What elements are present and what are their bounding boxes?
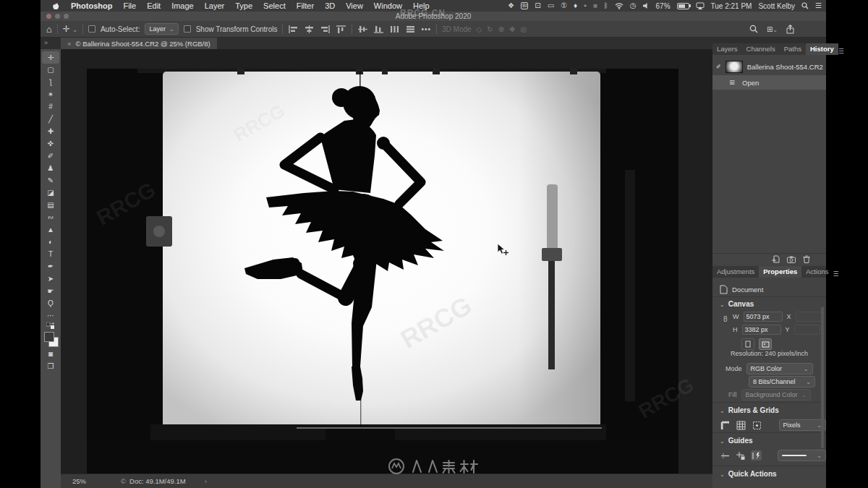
status-options-chevron-icon[interactable]: › — [205, 477, 207, 485]
clear-guides-icon[interactable] — [751, 450, 762, 461]
tab-adjustments[interactable]: Adjustments — [712, 266, 759, 278]
tool-sponge[interactable]: ◐ — [41, 236, 61, 248]
workspace-switcher-icon[interactable]: ⊞⌄ — [767, 25, 778, 33]
tool-path-selection[interactable]: ➤ — [41, 273, 61, 285]
guide-style-dropdown[interactable]: ⌄ — [778, 450, 826, 461]
menubar-clock[interactable]: Tue 2:21 PM — [711, 2, 752, 10]
distribute-h-icon[interactable] — [389, 25, 400, 34]
align-left-icon[interactable] — [288, 25, 299, 34]
align-top-icon[interactable] — [336, 25, 346, 34]
tool-move[interactable]: ✛ — [42, 51, 59, 64]
zoom-level-field[interactable]: 25% — [72, 477, 86, 485]
lock-guides-icon[interactable] — [735, 450, 746, 461]
app-square-dark-icon[interactable]: ■ — [593, 0, 597, 12]
menu-item-image[interactable]: Image — [171, 1, 194, 10]
tool-eyedropper[interactable]: ╱ — [41, 113, 61, 125]
new-snapshot-camera-icon[interactable] — [787, 256, 796, 263]
canvas-section-header[interactable]: ⌄Canvas — [720, 300, 754, 308]
align-right-icon[interactable] — [320, 25, 331, 34]
history-snapshot-row[interactable]: ✐ Ballerina Shoot-554.CR2 — [712, 59, 826, 74]
wifi-icon[interactable] — [615, 2, 624, 9]
tool-smudge[interactable]: ∾ — [41, 211, 61, 223]
more-align-options-icon[interactable]: ••• — [421, 25, 431, 33]
rulers-grids-section-header[interactable]: ⌄Rulers & Grids — [720, 406, 779, 414]
tool-hand[interactable]: ☛ — [41, 285, 61, 297]
align-bottom-icon[interactable] — [373, 25, 384, 34]
tab-history[interactable]: History — [806, 43, 838, 55]
canvas-width-field[interactable]: 5073 px — [744, 312, 783, 322]
spotlight-search-icon[interactable] — [801, 2, 809, 9]
menu-item-view[interactable]: View — [346, 1, 363, 10]
panel-menu-icon[interactable]: ☰ — [838, 48, 844, 55]
rulers-toggle-icon[interactable] — [720, 420, 731, 430]
guides-section-header[interactable]: ⌄Guides — [720, 437, 753, 445]
menu-item-window[interactable]: Window — [374, 1, 402, 10]
move-tool-preset-icon[interactable]: ✛ ⌄ — [63, 24, 77, 34]
tab-actions[interactable]: Actions — [801, 266, 833, 278]
edit-toolbar-icon[interactable]: ⋯ — [41, 309, 61, 322]
grid-toggle-icon[interactable] — [736, 420, 747, 430]
menu-item-photoshop[interactable]: Photoshop — [71, 1, 112, 10]
screen-mode-icon[interactable]: ❐ — [41, 360, 61, 372]
share-icon[interactable] — [786, 25, 794, 34]
tool-eraser[interactable]: ◪ — [41, 187, 61, 199]
menu-item-3d[interactable]: 3D — [325, 1, 335, 10]
menu-item-layer[interactable]: Layer — [205, 1, 225, 10]
bootcamp-icon[interactable]: Bl — [521, 2, 528, 9]
color-mode-dropdown[interactable]: RGB Color⌄ — [746, 363, 813, 374]
orientation-landscape-button[interactable] — [759, 338, 772, 350]
history-brush-source-icon[interactable]: ✐ — [716, 64, 721, 70]
ruler-units-dropdown[interactable]: Pixels⌄ — [779, 419, 826, 431]
tab-layers[interactable]: Layers — [712, 43, 742, 55]
swap-colors-icon[interactable] — [41, 322, 61, 330]
panel-menu-icon[interactable]: ☰ — [833, 270, 838, 278]
delete-state-trash-icon[interactable] — [803, 255, 810, 263]
bluetooth-icon[interactable]: ᛒ — [604, 0, 608, 12]
show-transform-checkbox[interactable] — [184, 25, 191, 33]
app-square-icon[interactable]: ▪ — [584, 0, 587, 12]
document-tab[interactable]: × © Ballerina Shoot-554.CR2 @ 25% (RGB/8… — [61, 38, 217, 49]
menu-item-help[interactable]: Help — [413, 1, 430, 10]
tool-type[interactable]: T — [41, 248, 61, 260]
orientation-portrait-button[interactable] — [741, 338, 754, 350]
one-badge-icon[interactable]: ① — [561, 0, 567, 12]
canvas-height-field[interactable]: 3382 px — [742, 325, 781, 335]
tool-lasso[interactable]: ƪ — [41, 76, 61, 88]
properties-document-row[interactable]: Document — [712, 282, 826, 296]
tool-brush[interactable]: ✐ — [41, 150, 61, 162]
tool-zoom[interactable]: Ϙ — [41, 297, 61, 309]
screenshot-icon[interactable]: ⊡ — [535, 0, 540, 12]
tool-marquee[interactable]: ▢ — [41, 64, 61, 76]
close-tab-icon[interactable]: × — [67, 40, 72, 48]
canvas-area[interactable]: RRCG RRCG RRCG RRCG — [61, 49, 712, 474]
tool-quick-selection[interactable]: ✶ — [41, 88, 61, 100]
tool-dodge[interactable]: ▲ — [41, 223, 61, 236]
bit-depth-dropdown[interactable]: 8 Bits/Channel⌄ — [749, 376, 815, 388]
search-icon[interactable] — [749, 25, 758, 33]
history-state-row[interactable]: ⊞ Open — [712, 75, 826, 90]
notification-center-icon[interactable]: ☰ — [815, 0, 822, 12]
user-name[interactable]: Scott Kelby — [758, 2, 795, 10]
time-machine-icon[interactable]: ◷ — [630, 0, 637, 12]
distribute-v-icon[interactable] — [405, 25, 416, 34]
color-swatches[interactable] — [41, 330, 61, 348]
quick-actions-section-header[interactable]: ⌄Quick Actions — [720, 470, 777, 478]
menu-item-type[interactable]: Type — [235, 1, 252, 10]
tab-properties[interactable]: Properties — [759, 266, 801, 278]
auto-select-dropdown[interactable]: Layer⌄ — [145, 23, 178, 35]
menu-item-filter[interactable]: Filter — [297, 1, 314, 10]
volume-icon[interactable] — [643, 2, 650, 9]
dropbox-icon[interactable]: ❖ — [508, 0, 514, 12]
tool-healing-brush[interactable]: ✜ — [41, 137, 61, 150]
auto-select-checkbox[interactable] — [88, 25, 95, 33]
menu-item-file[interactable]: File — [123, 1, 136, 10]
ink-droplet-icon[interactable]: ♦ — [574, 0, 577, 12]
window-app-icon[interactable]: ▭ — [548, 0, 554, 12]
align-center-h-icon[interactable] — [304, 25, 315, 34]
tool-gradient[interactable]: ▤ — [41, 199, 61, 211]
quick-mask-icon[interactable]: ◙ — [41, 348, 61, 360]
snap-toggle-icon[interactable] — [752, 420, 763, 430]
menu-item-select[interactable]: Select — [263, 1, 286, 10]
tool-history-brush[interactable]: ✎ — [41, 174, 61, 187]
foreground-color-swatch[interactable] — [44, 332, 54, 342]
